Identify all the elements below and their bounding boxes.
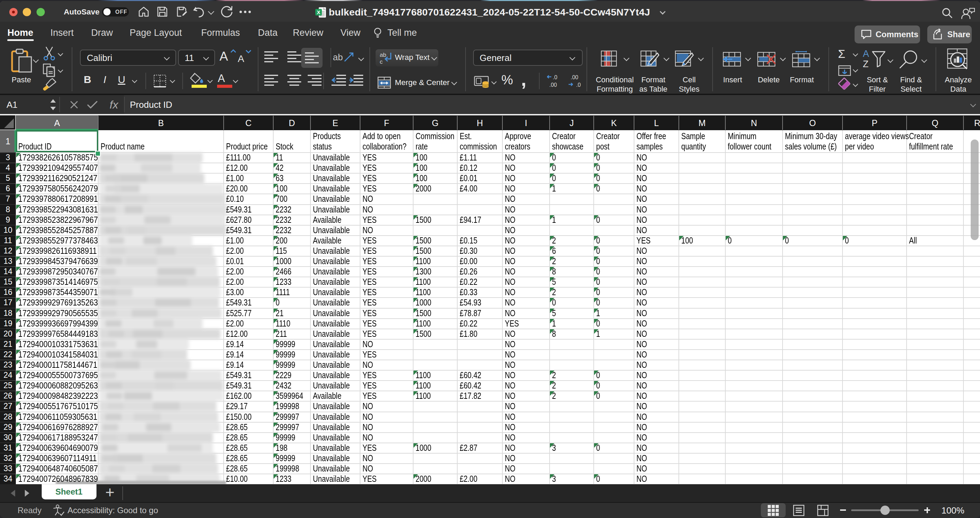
svg-text:X: X bbox=[317, 9, 320, 15]
svg-text:.0: .0 bbox=[553, 75, 557, 80]
svg-text:.00: .00 bbox=[571, 75, 578, 80]
svg-text:ab: ab bbox=[380, 52, 386, 58]
svg-text:c: c bbox=[380, 59, 383, 65]
svg-text:.0: .0 bbox=[576, 82, 581, 88]
svg-text:.00: .00 bbox=[549, 82, 557, 88]
